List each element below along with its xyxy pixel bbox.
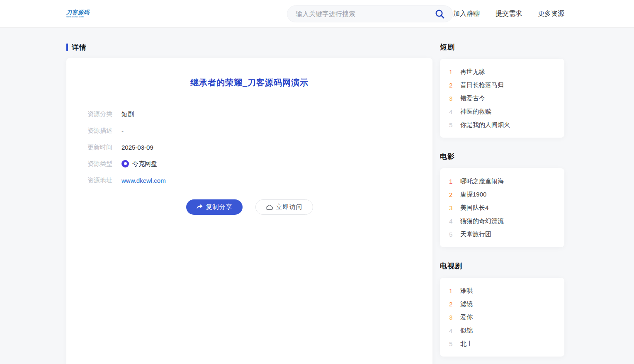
quark-drive-icon: [121, 160, 129, 167]
rank-number: 4: [449, 327, 457, 334]
top-header: 刀客源码 www.dkewl.com 加入群聊 提交需求 更多资源: [0, 0, 634, 28]
rank-number: 1: [449, 68, 457, 75]
list-item[interactable]: 3 美国队长4: [440, 201, 564, 214]
list-item[interactable]: 3 爱你: [440, 311, 564, 324]
search-input[interactable]: [296, 10, 434, 18]
field-type: 资源类型 夸克网盘: [87, 155, 432, 172]
field-category-label: 资源分类: [87, 110, 113, 118]
site-logo-title: 刀客源码: [66, 10, 91, 15]
rank-item-label: 难哄: [460, 287, 473, 295]
visit-now-button[interactable]: 立即访问: [255, 199, 313, 215]
rank-item-label: 爱你: [460, 313, 473, 321]
copy-share-label: 复制分享: [206, 203, 233, 211]
rank-item-label: 再世无缘: [460, 68, 485, 76]
list-item[interactable]: 5 北上: [440, 337, 564, 350]
sidebar-section-duanju: 短剧 1 再世无缘 2 昔日长枪落马归 3 错爱古今 4 神医的救赎: [440, 43, 564, 138]
rank-number: 1: [449, 287, 457, 294]
field-updated: 更新时间 2025-03-09: [87, 139, 432, 155]
list-item[interactable]: 2 滤镜: [440, 297, 564, 311]
top-nav: 加入群聊 提交需求 更多资源: [453, 10, 564, 18]
list-item[interactable]: 3 错爱古今: [440, 92, 564, 105]
detail-section-title: 详情: [72, 43, 87, 52]
list-item[interactable]: 1 哪吒之魔童闹海: [440, 175, 564, 188]
share-icon: [196, 204, 203, 210]
list-item[interactable]: 1 再世无缘: [440, 65, 564, 78]
list-item[interactable]: 5 你是我的人间烟火: [440, 118, 564, 131]
list-item[interactable]: 4 似锦: [440, 324, 564, 337]
rank-item-label: 你是我的人间烟火: [460, 121, 510, 129]
rank-number: 1: [449, 178, 457, 185]
rank-item-label: 猫猫的奇幻漂流: [460, 217, 504, 225]
sidebar: 短剧 1 再世无缘 2 昔日长枪落马归 3 错爱古今 4 神医的救赎: [440, 43, 564, 357]
field-category: 资源分类 短剧: [87, 106, 432, 122]
rank-list-movie: 1 哪吒之魔童闹海 2 唐探1900 3 美国队长4 4 猫猫的奇幻漂流 5: [440, 168, 564, 247]
field-updated-label: 更新时间: [87, 143, 113, 151]
rank-number: 2: [449, 82, 457, 89]
field-address: 资源地址 www.dkewl.com: [87, 172, 432, 189]
field-type-label: 资源类型: [87, 160, 113, 168]
page-content: 详情 继承者的荣耀_刀客源码网演示 资源分类 短剧 资源描述 - 更新时间 20…: [0, 28, 634, 364]
section-accent-bar: [66, 44, 68, 51]
cloud-icon: [266, 204, 273, 210]
rank-item-label: 错爱古今: [460, 95, 485, 102]
site-logo-subtitle: www.dkewl.com: [66, 15, 91, 18]
rank-number: 3: [449, 314, 457, 321]
field-category-value: 短剧: [121, 110, 134, 118]
resource-fields: 资源分类 短剧 资源描述 - 更新时间 2025-03-09 资源类型 夸克网盘: [87, 106, 432, 189]
list-item[interactable]: 2 唐探1900: [440, 188, 564, 201]
rank-number: 2: [449, 191, 457, 198]
rank-number: 5: [449, 340, 457, 347]
detail-section-header: 详情: [66, 43, 432, 51]
sidebar-section-movie: 电影 1 哪吒之魔童闹海 2 唐探1900 3 美国队长4 4 猫猫的奇幻漂流: [440, 153, 564, 247]
field-description-value: -: [121, 127, 124, 134]
rank-item-label: 天堂旅行团: [460, 231, 491, 238]
rank-number: 2: [449, 301, 457, 308]
rank-list-tv: 1 难哄 2 滤镜 3 爱你 4 似锦 5 北上: [440, 278, 564, 357]
rank-number: 3: [449, 95, 457, 102]
rank-item-label: 昔日长枪落马归: [460, 81, 504, 89]
action-buttons: 复制分享 立即访问: [66, 199, 432, 215]
rank-item-label: 美国队长4: [460, 204, 488, 212]
sidebar-section-title: 短剧: [440, 43, 564, 51]
list-item[interactable]: 2 昔日长枪落马归: [440, 78, 564, 92]
rank-item-label: 滤镜: [460, 300, 473, 308]
sidebar-section-title: 电影: [440, 153, 564, 161]
resource-title: 继承者的荣耀_刀客源码网演示: [66, 77, 432, 88]
list-item[interactable]: 1 难哄: [440, 284, 564, 297]
rank-number: 4: [449, 218, 457, 225]
field-description-label: 资源描述: [87, 127, 113, 135]
field-address-label: 资源地址: [87, 177, 113, 184]
resource-url-link[interactable]: www.dkewl.com: [121, 177, 166, 184]
list-item[interactable]: 4 神医的救赎: [440, 105, 564, 118]
visit-now-label: 立即访问: [276, 203, 303, 211]
list-item[interactable]: 5 天堂旅行团: [440, 228, 564, 241]
search-box: [287, 5, 453, 22]
rank-item-label: 似锦: [460, 327, 473, 335]
detail-card: 继承者的荣耀_刀客源码网演示 资源分类 短剧 资源描述 - 更新时间 2025-…: [66, 58, 432, 364]
nav-more-resources[interactable]: 更多资源: [538, 10, 564, 18]
nav-join-group[interactable]: 加入群聊: [453, 10, 480, 18]
rank-number: 3: [449, 204, 457, 211]
site-logo[interactable]: 刀客源码 www.dkewl.com: [66, 10, 91, 18]
detail-column: 详情 继承者的荣耀_刀客源码网演示 资源分类 短剧 资源描述 - 更新时间 20…: [66, 43, 432, 364]
sidebar-section-tv: 电视剧 1 难哄 2 滤镜 3 爱你 4 似锦: [440, 262, 564, 357]
search-icon: [435, 9, 445, 19]
field-type-value: 夸克网盘: [121, 160, 157, 168]
rank-item-label: 北上: [460, 340, 473, 348]
copy-share-button[interactable]: 复制分享: [186, 199, 243, 215]
rank-number: 5: [449, 231, 457, 238]
rank-item-label: 哪吒之魔童闹海: [460, 177, 504, 185]
sidebar-section-title: 电视剧: [440, 262, 564, 270]
search-button[interactable]: [434, 8, 446, 20]
rank-item-label: 神医的救赎: [460, 108, 491, 116]
list-item[interactable]: 4 猫猫的奇幻漂流: [440, 214, 564, 228]
nav-submit-request[interactable]: 提交需求: [496, 10, 522, 18]
field-description: 资源描述 -: [87, 122, 432, 139]
rank-number: 4: [449, 108, 457, 115]
rank-number: 5: [449, 121, 457, 129]
field-type-text: 夸克网盘: [132, 160, 157, 168]
field-updated-value: 2025-03-09: [121, 144, 153, 151]
rank-item-label: 唐探1900: [460, 191, 486, 199]
rank-list-duanju: 1 再世无缘 2 昔日长枪落马归 3 错爱古今 4 神医的救赎 5 你是我的: [440, 59, 564, 138]
